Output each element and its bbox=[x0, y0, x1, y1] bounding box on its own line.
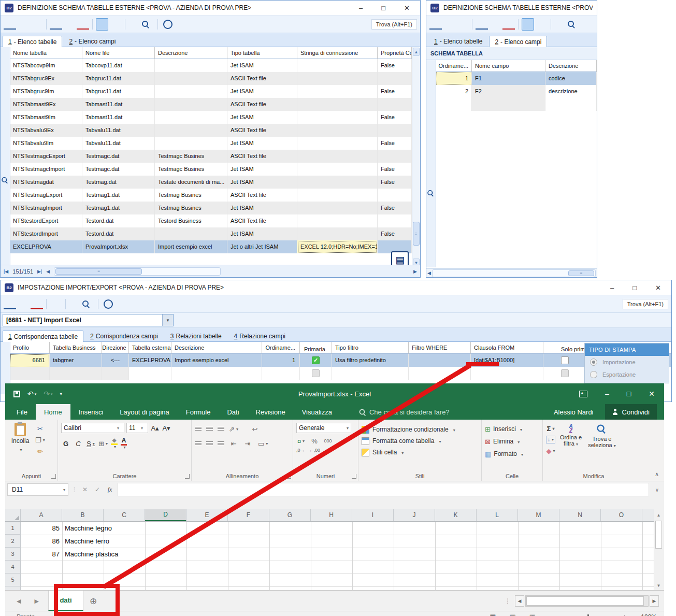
exit-icon[interactable] bbox=[116, 298, 128, 310]
rows-icon[interactable] bbox=[1, 368, 9, 381]
horizontal-scrollbar[interactable]: ≡ bbox=[54, 267, 221, 276]
bold-button[interactable]: G bbox=[61, 439, 70, 448]
toolbar-separator[interactable] bbox=[46, 299, 47, 309]
anchor-icon[interactable] bbox=[427, 125, 435, 138]
export-icon[interactable] bbox=[4, 19, 16, 30]
increase-indent-icon[interactable]: ⇥ bbox=[243, 439, 252, 448]
copy-icon[interactable] bbox=[31, 18, 43, 31]
column-header[interactable]: Clausola FROM bbox=[471, 342, 543, 354]
scroll-left-icon[interactable]: ◀ bbox=[46, 269, 50, 274]
menu-icon[interactable] bbox=[50, 298, 62, 310]
table-row[interactable]: 1 F1 codice bbox=[436, 72, 597, 85]
goto-x-icon[interactable] bbox=[427, 138, 435, 151]
cell-b2[interactable]: Macchine ferro bbox=[62, 535, 109, 548]
grid-column-header[interactable]: K bbox=[435, 509, 477, 521]
import-icon[interactable] bbox=[17, 18, 30, 31]
align-top-icon[interactable] bbox=[195, 427, 202, 432]
checkbox-primaria[interactable] bbox=[312, 369, 320, 377]
column-header[interactable]: Nome file bbox=[82, 47, 155, 59]
minimize-button[interactable]: – bbox=[605, 390, 609, 398]
clear-icon[interactable]: ◆ bbox=[546, 446, 555, 455]
fill-color-icon[interactable]: ◆ bbox=[111, 438, 118, 449]
column-header[interactable]: Ordiname... bbox=[262, 342, 300, 354]
ribbon-tab[interactable]: Formule bbox=[178, 404, 219, 420]
preview-icon[interactable] bbox=[2, 177, 9, 182]
grid-column-header[interactable]: F bbox=[228, 509, 269, 521]
radio-option[interactable]: Importazione bbox=[585, 356, 669, 368]
table-row[interactable]: NTSTabmast9Im Tabmast11.dat Jet ISAM Fal… bbox=[10, 111, 412, 124]
enter-icon[interactable]: ✓ bbox=[93, 486, 102, 493]
ribbon-display-options-icon[interactable] bbox=[579, 391, 587, 397]
qat-customize-icon[interactable]: ▾ bbox=[60, 391, 63, 396]
column-header[interactable]: Direzione bbox=[102, 342, 129, 354]
number-format-select[interactable]: Generale bbox=[296, 423, 351, 433]
radio-option[interactable]: Esportazione bbox=[585, 368, 669, 381]
table-row[interactable]: NTSTestmagImport Testmag1.dat Testmag Bu… bbox=[10, 202, 412, 214]
insert-function-icon[interactable]: fx bbox=[105, 486, 114, 494]
ribbon-tab[interactable]: File bbox=[8, 404, 36, 420]
table-row[interactable]: NTSTabcovp9Im Tabcovp11.dat Jet ISAM Fal… bbox=[10, 59, 412, 72]
first-record-icon[interactable]: |◀ bbox=[4, 269, 8, 274]
grid-row-header[interactable]: 5 bbox=[5, 574, 20, 586]
formula-input[interactable] bbox=[118, 483, 649, 496]
export-icon[interactable] bbox=[429, 19, 442, 30]
cells-menu-item[interactable]: ⊞Inserisci bbox=[485, 423, 539, 435]
scrollbar-thumb[interactable] bbox=[526, 596, 644, 606]
rows-icon[interactable] bbox=[1, 73, 9, 86]
sheet-prev-icon[interactable]: ◀ bbox=[17, 598, 21, 605]
data-row[interactable]: 85 Macchine legno bbox=[21, 522, 112, 535]
comma-format-icon[interactable]: 000 bbox=[323, 436, 333, 446]
grow-font-icon[interactable]: A▴ bbox=[150, 423, 160, 433]
print-icon[interactable] bbox=[69, 298, 81, 310]
undo-icon[interactable] bbox=[489, 18, 501, 31]
format-painter-icon[interactable]: ✏ bbox=[35, 447, 45, 456]
goto-h-icon[interactable] bbox=[1, 138, 9, 151]
grid-column-header[interactable]: N bbox=[559, 509, 601, 521]
cells-menu-item[interactable]: ▦Formato bbox=[485, 448, 539, 460]
percent-format-icon[interactable]: % bbox=[310, 436, 319, 446]
toolbar-separator[interactable] bbox=[92, 19, 93, 30]
2[interactable]: 2- Elenco campi bbox=[63, 35, 121, 47]
table-row[interactable]: NTSTestmagdat Testmag.dat Testate docume… bbox=[10, 176, 412, 189]
scroll-right-icon[interactable]: ▶ bbox=[650, 595, 659, 607]
collapse-ribbon-icon[interactable]: ∧ bbox=[655, 471, 659, 478]
increase-decimal-icon[interactable]: ,0→ bbox=[296, 448, 305, 453]
grid-column-header[interactable]: O bbox=[601, 509, 642, 521]
table-row[interactable]: 6681 tabgmer <--- EXCELPROVA Import esem… bbox=[10, 354, 671, 367]
grid-row-header[interactable]: 3 bbox=[5, 548, 20, 561]
column-header[interactable]: Tipo filtro bbox=[332, 342, 409, 354]
new-sheet-icon[interactable]: ⊕ bbox=[83, 591, 103, 611]
find-hint[interactable]: Trova (Alt+F1) bbox=[371, 19, 417, 30]
table-row[interactable]: NTSTabvalu9Im Tabvalu11.dat Jet ISAM Fal… bbox=[10, 137, 412, 150]
list-icon[interactable] bbox=[1, 60, 9, 73]
style-menu-item[interactable]: Stili cella bbox=[362, 447, 478, 458]
column-header[interactable]: Ordiname... bbox=[436, 60, 472, 72]
rows-icon[interactable] bbox=[427, 86, 435, 99]
cells-area[interactable]: 85 Macchine legno 86 Macchine ferro 87 M… bbox=[21, 522, 654, 590]
grid-column-header[interactable]: A bbox=[21, 509, 62, 521]
table-row[interactable]: NTSTabvalu9Ex Tabvalu11.dat ASCII Text f… bbox=[10, 124, 412, 137]
list-icon[interactable] bbox=[427, 73, 435, 86]
toolbar-separator[interactable] bbox=[46, 19, 47, 30]
cancel-icon[interactable]: ✕ bbox=[80, 486, 90, 493]
column-header[interactable]: Filtro WHERE bbox=[409, 342, 471, 354]
view-button[interactable]: ▣ bbox=[510, 613, 516, 616]
scroll-left-icon[interactable]: ◀ bbox=[427, 270, 431, 276]
copy-icon[interactable]: ❐ bbox=[35, 435, 45, 445]
cell-a3[interactable]: 87 bbox=[21, 548, 62, 561]
grid-column-header[interactable]: B bbox=[62, 509, 104, 521]
style-menu-item[interactable]: Formattazione condizionale bbox=[362, 424, 478, 435]
horizontal-scrollbar[interactable]: ◀ ▶ bbox=[515, 591, 664, 611]
table-row[interactable]: NTStestordImport Testord.dat Jet ISAM Fa… bbox=[10, 227, 412, 240]
paste-button[interactable]: Incolla bbox=[8, 423, 32, 456]
table-row[interactable]: EXCELPROVA ProvaImport.xlsx Import esemp… bbox=[10, 240, 412, 253]
column-header[interactable]: Tabella esterna bbox=[129, 342, 171, 354]
goto-c-icon[interactable] bbox=[427, 164, 435, 177]
filter-icon[interactable] bbox=[427, 99, 435, 112]
sheet-tab-dati[interactable]: dati bbox=[48, 591, 83, 611]
column-header[interactable]: Stringa di connessione bbox=[297, 47, 378, 59]
chart-icon[interactable] bbox=[1, 164, 9, 177]
undo-icon[interactable] bbox=[17, 298, 30, 310]
toolbar-separator[interactable] bbox=[125, 19, 125, 30]
redo-button[interactable]: ↷▾ bbox=[44, 390, 52, 398]
